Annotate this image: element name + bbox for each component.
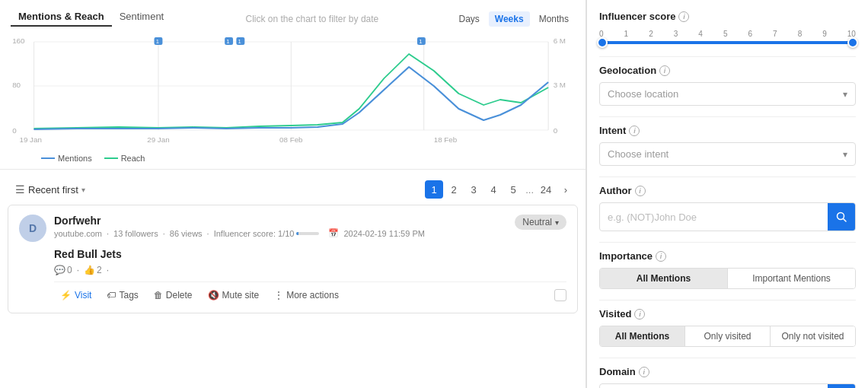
intent-filter: Intent i Choose intent ▾: [599, 125, 856, 166]
visited-info-icon[interactable]: i: [634, 309, 645, 320]
page-4-button[interactable]: 4: [484, 180, 503, 199]
svg-text:1: 1: [226, 38, 229, 45]
importance-label: Importance i: [599, 250, 856, 262]
avatar: D: [19, 215, 46, 242]
divider-4: [599, 242, 856, 243]
tab-sentiment[interactable]: Sentiment: [112, 8, 172, 27]
tab-mentions-reach[interactable]: Mentions & Reach: [11, 8, 112, 27]
importance-toggle-group: All Mentions Important Mentions: [599, 268, 856, 289]
sort-chevron-icon: ▾: [81, 186, 85, 194]
importance-info-icon[interactable]: i: [656, 251, 666, 262]
influencer-score-info-icon[interactable]: i: [678, 11, 689, 22]
like-number: 2: [97, 265, 102, 275]
visited-filter: Visited i All Mentions Only visited Only…: [599, 308, 856, 347]
tick-9: 9: [822, 30, 827, 38]
more-actions-button[interactable]: ⋮ More actions: [268, 287, 345, 304]
delete-label: Delete: [166, 290, 193, 301]
list-controls: ☰ Recent first ▾ 1 2 3 4 5 ... 24 ›: [8, 176, 578, 205]
svg-line-27: [844, 219, 847, 222]
svg-text:29 Jan: 29 Jan: [147, 135, 169, 144]
author-info-icon[interactable]: i: [635, 186, 646, 196]
page-next-button[interactable]: ›: [557, 180, 575, 199]
mention-author: Dorfwehr: [54, 215, 507, 227]
page-3-button[interactable]: 3: [464, 180, 483, 199]
mention-card: D Dorfwehr youtube.com · 13 followers · …: [8, 205, 578, 313]
sentiment-badge[interactable]: Neutral ▾: [515, 215, 566, 230]
tags-icon: 🏷: [107, 290, 116, 301]
influencer-score-filter: Influencer score i 0 1 2 3 4 5 6 7 8 9 1…: [599, 11, 856, 46]
importance-important-button[interactable]: Important Mentions: [727, 269, 855, 288]
mentions-label: Mentions: [58, 154, 92, 163]
slider-thumb-left[interactable]: [597, 37, 608, 48]
right-panel: Influencer score i 0 1 2 3 4 5 6 7 8 9 1…: [586, 0, 868, 388]
domain-filter: Domain i ×: [599, 366, 856, 388]
page-1-button[interactable]: 1: [425, 180, 443, 199]
svg-text:08 Feb: 08 Feb: [279, 135, 303, 144]
like-icon: 👍: [84, 265, 95, 275]
dot-sep-4: 📅: [328, 228, 339, 238]
author-input[interactable]: [600, 206, 828, 228]
visit-button[interactable]: ⚡ Visit: [54, 287, 97, 304]
period-weeks[interactable]: Weeks: [489, 11, 530, 27]
influencer-slider: 0 1 2 3 4 5 6 7 8 9 10: [599, 28, 856, 46]
not-visited-button[interactable]: Only not visited: [770, 326, 855, 346]
more-label: More actions: [286, 290, 339, 301]
influencer-bar-bg: [296, 232, 319, 235]
page-5-button[interactable]: 5: [504, 180, 522, 199]
svg-text:6 M: 6 M: [554, 37, 566, 45]
mention-checkbox[interactable]: [554, 289, 566, 301]
chart-legend: Mentions Reach: [11, 151, 575, 164]
influencer-score-label: Influencer score i: [599, 11, 856, 22]
mention-content: Red Bull Jets 💬 0 · 👍 2 ·: [19, 248, 566, 275]
visited-only-button[interactable]: Only visited: [685, 326, 770, 346]
sort-label: Recent first: [28, 184, 78, 196]
geolocation-dropdown[interactable]: Choose location ▾: [599, 82, 856, 106]
slider-thumb-right[interactable]: [847, 37, 858, 48]
geolocation-filter: Geolocation i Choose location ▾: [599, 65, 856, 106]
domain-search-button[interactable]: [828, 384, 855, 388]
importance-all-button[interactable]: All Mentions: [600, 269, 727, 288]
mention-header: D Dorfwehr youtube.com · 13 followers · …: [19, 215, 566, 242]
slider-track[interactable]: [602, 41, 853, 44]
visited-toggle-group: All Mentions Only visited Only not visit…: [599, 326, 856, 347]
mute-site-button[interactable]: 🔇 Mute site: [202, 287, 266, 304]
more-icon: ⋮: [274, 290, 283, 301]
author-filter: Author i: [599, 185, 856, 231]
geolocation-info-icon[interactable]: i: [659, 65, 670, 76]
chart-area[interactable]: 160 80 0 6 M 3 M 0: [11, 33, 575, 151]
tick-4: 4: [698, 30, 703, 38]
period-months[interactable]: Months: [533, 11, 575, 27]
delete-icon: 🗑: [154, 290, 163, 301]
domain-info-icon[interactable]: i: [639, 367, 649, 377]
mention-views: 86 views: [170, 229, 203, 238]
page-last-button[interactable]: 24: [537, 180, 555, 199]
slider-tick-labels: 0 1 2 3 4 5 6 7 8 9 10: [599, 30, 856, 38]
tags-button[interactable]: 🏷 Tags: [101, 287, 144, 304]
geolocation-chevron-icon: ▾: [843, 89, 847, 100]
svg-text:80: 80: [12, 81, 21, 89]
dot-sep-5: ·: [77, 265, 79, 275]
svg-text:0: 0: [12, 126, 16, 135]
delete-button[interactable]: 🗑 Delete: [148, 287, 199, 304]
intent-dropdown[interactable]: Choose intent ▾: [599, 142, 856, 166]
tick-8: 8: [798, 30, 803, 38]
visit-icon: ⚡: [60, 290, 72, 301]
tick-2: 2: [649, 30, 653, 38]
divider-2: [599, 116, 856, 117]
chart-tabs: Mentions & Reach Sentiment: [11, 8, 171, 27]
period-days[interactable]: Days: [452, 11, 485, 27]
mute-label: Mute site: [222, 290, 260, 301]
slider-fill: [602, 41, 853, 44]
page-2-button[interactable]: 2: [445, 180, 463, 199]
visited-all-button[interactable]: All Mentions: [600, 326, 685, 346]
comment-number: 0: [67, 265, 72, 275]
reach-label: Reach: [121, 154, 145, 163]
author-search-button[interactable]: [828, 203, 855, 231]
svg-text:3 M: 3 M: [554, 81, 566, 89]
tick-1: 1: [624, 30, 629, 38]
sort-button[interactable]: ☰ Recent first ▾: [11, 180, 90, 199]
intent-info-icon[interactable]: i: [629, 126, 640, 136]
dot-sep-1: ·: [107, 229, 109, 238]
mention-reactions: 💬 0 · 👍 2 ·: [54, 265, 566, 275]
svg-text:19 Jan: 19 Jan: [19, 135, 41, 144]
